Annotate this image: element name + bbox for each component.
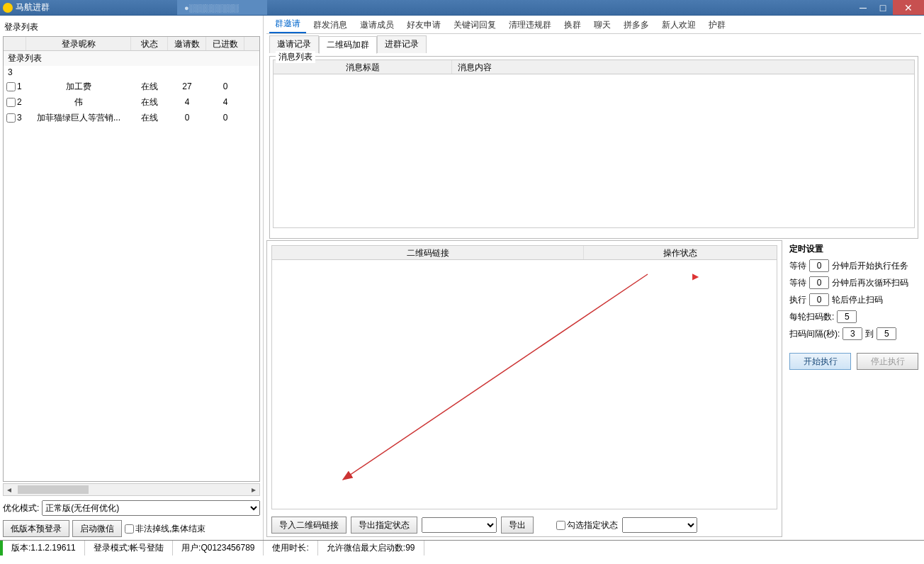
tab-8[interactable]: 拼多多 [618, 17, 655, 33]
play-icon: ▶ [692, 271, 699, 281]
annotation-arrow [336, 267, 655, 487]
timer-panel: 定时设置 等待分钟后开始执行任务 等待分钟后再次循环扫码 执行轮后停止扫码 每轮… [787, 240, 921, 537]
app-icon [3, 3, 13, 13]
tab-7[interactable]: 聊天 [588, 17, 616, 33]
titlebar: 马航进群 ● ░░░░░░░░░ ─ □ ✕ [0, 0, 924, 16]
check-status-select[interactable] [622, 517, 697, 533]
right-panel: 群邀请群发消息邀请成员好友申请关键词回复清理违规群换群聊天拼多多新人欢迎护群 邀… [264, 16, 924, 540]
start-wechat-button[interactable]: 启动微信 [72, 520, 122, 537]
svg-line-1 [343, 274, 648, 480]
interval-max-input[interactable] [877, 327, 896, 340]
row-checkbox[interactable] [6, 82, 16, 91]
start-exec-button[interactable]: 开始执行 [789, 353, 851, 370]
illegal-offline-checkbox[interactable]: 非法掉线,集体结束 [125, 523, 205, 535]
import-qr-button[interactable]: 导入二维码链接 [271, 517, 346, 534]
tab-10[interactable]: 护群 [703, 17, 731, 33]
status-mode: 登录模式:帐号登陆 [85, 541, 173, 555]
message-grid: 消息标题 消息内容 [273, 60, 915, 228]
login-row[interactable]: 1 加工费 在线 27 0 [4, 79, 259, 94]
wait-start-input[interactable] [809, 259, 829, 272]
lowver-login-button[interactable]: 低版本预登录 [3, 520, 69, 537]
group-row[interactable]: 登录列表 [4, 51, 259, 66]
login-row[interactable]: 3 加菲猫绿巨人等营销... 在线 0 0 [4, 110, 259, 125]
tab-4[interactable]: 关键词回复 [448, 17, 502, 33]
export-status-button[interactable]: 导出指定状态 [351, 517, 417, 534]
login-grid: 登录昵称 状态 邀请数 已进数 登录列表 3 1 加工费 在线 27 0 2 伟… [3, 36, 260, 482]
status-user: 用户:Q0123456789 [173, 541, 264, 555]
count-row: 3 [4, 66, 259, 79]
col-nick[interactable]: 登录昵称 [26, 37, 131, 50]
scan-per-round-input[interactable] [837, 310, 857, 323]
interval-min-input[interactable] [843, 327, 862, 340]
left-panel: 登录列表 登录昵称 状态 邀请数 已进数 登录列表 3 1 加工费 在线 27 … [0, 16, 264, 540]
login-row[interactable]: 2 伟 在线 4 4 [4, 94, 259, 110]
tab-2[interactable]: 邀请成员 [354, 17, 400, 33]
background-tab: ● ░░░░░░░░░ [177, 0, 267, 15]
stop-exec-button[interactable]: 停止执行 [857, 353, 918, 370]
status-time: 使用时长: [264, 541, 317, 555]
tab-0[interactable]: 群邀请 [269, 16, 306, 33]
h-scrollbar[interactable]: ◂ ▸ [3, 483, 260, 496]
qr-col-link[interactable]: 二维码链接 [272, 246, 584, 259]
col-joined[interactable]: 已进数 [206, 37, 244, 50]
tab-3[interactable]: 好友申请 [401, 17, 446, 33]
message-list-group: 消息列表 消息标题 消息内容 [269, 56, 918, 239]
msg-col-content[interactable]: 消息内容 [452, 60, 914, 74]
export-button[interactable]: 导出 [501, 517, 534, 534]
col-status[interactable]: 状态 [131, 37, 168, 50]
check-status-checkbox[interactable]: 勾选指定状态 [556, 519, 618, 531]
statusbar: 版本:1.1.2.19611 登录模式:帐号登陆 用户:Q0123456789 … [0, 540, 924, 555]
status-max: 允许微信最大启动数:99 [318, 541, 424, 555]
run-rounds-input[interactable] [809, 293, 829, 306]
export-status-select[interactable] [422, 517, 497, 533]
scroll-right-icon[interactable]: ▸ [248, 485, 259, 495]
col-inv[interactable]: 邀请数 [168, 37, 206, 50]
scroll-thumb[interactable] [18, 485, 89, 494]
subtab-1[interactable]: 二维码加群 [319, 36, 377, 54]
row-checkbox[interactable] [6, 98, 16, 107]
wait-loop-input[interactable] [809, 276, 829, 289]
timer-title: 定时设置 [789, 243, 918, 255]
optimize-select[interactable]: 正常版(无任何优化) [42, 500, 260, 516]
tab-1[interactable]: 群发消息 [308, 17, 353, 33]
tab-5[interactable]: 清理违规群 [503, 17, 557, 33]
qr-panel: 二维码链接 操作状态 ▶ 导入二维码链接 导出指定状态 导出 [266, 240, 782, 537]
login-list-title: 登录列表 [3, 18, 260, 36]
optimize-label: 优化模式: [3, 502, 39, 514]
message-list-legend: 消息列表 [276, 51, 315, 63]
scroll-left-icon[interactable]: ◂ [4, 485, 15, 495]
tab-6[interactable]: 换群 [558, 17, 587, 33]
minimize-button[interactable]: ─ [853, 0, 873, 15]
qr-grid: 二维码链接 操作状态 ▶ [271, 245, 777, 509]
sub-tabs: 邀请记录二维码加群进群记录 [266, 34, 921, 55]
row-checkbox[interactable] [6, 113, 16, 123]
main-tabs: 群邀请群发消息邀请成员好友申请关键词回复清理违规群换群聊天拼多多新人欢迎护群 [266, 18, 921, 34]
close-button[interactable]: ✕ [893, 0, 924, 15]
window-title: 马航进群 [16, 1, 50, 13]
subtab-2[interactable]: 进群记录 [377, 35, 427, 53]
tab-9[interactable]: 新人欢迎 [656, 17, 702, 33]
status-version: 版本:1.1.2.19611 [0, 541, 85, 555]
qr-col-status[interactable]: 操作状态 [584, 246, 777, 259]
col-checkbox [4, 37, 26, 50]
maximize-button[interactable]: □ [873, 0, 893, 15]
